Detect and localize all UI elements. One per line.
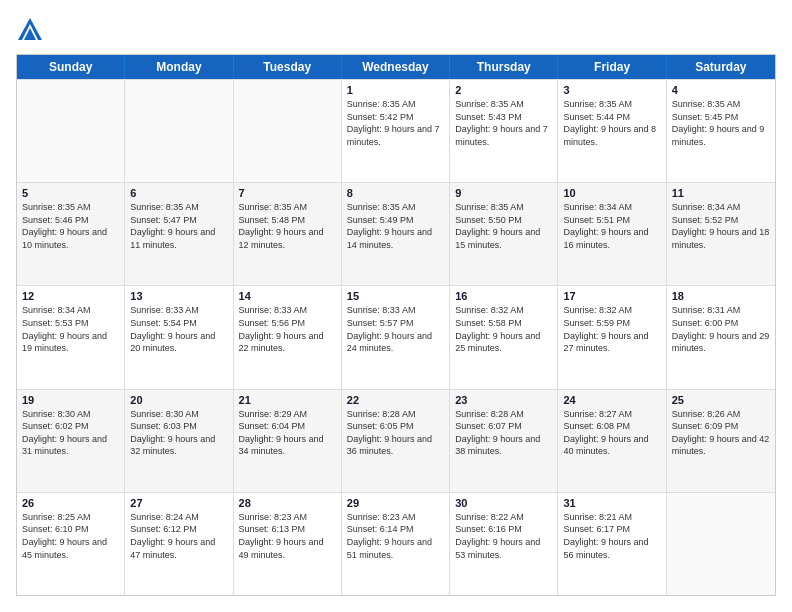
cell-info: Sunrise: 8:35 AM Sunset: 5:43 PM Dayligh… xyxy=(455,98,552,148)
day-number: 24 xyxy=(563,394,660,406)
cell-info: Sunrise: 8:28 AM Sunset: 6:05 PM Dayligh… xyxy=(347,408,444,458)
cal-cell: 5Sunrise: 8:35 AM Sunset: 5:46 PM Daylig… xyxy=(17,183,125,285)
cal-cell: 21Sunrise: 8:29 AM Sunset: 6:04 PM Dayli… xyxy=(234,390,342,492)
header xyxy=(16,16,776,44)
header-cell-wednesday: Wednesday xyxy=(342,55,450,79)
cell-info: Sunrise: 8:35 AM Sunset: 5:49 PM Dayligh… xyxy=(347,201,444,251)
day-number: 13 xyxy=(130,290,227,302)
cal-cell: 1Sunrise: 8:35 AM Sunset: 5:42 PM Daylig… xyxy=(342,80,450,182)
cell-info: Sunrise: 8:22 AM Sunset: 6:16 PM Dayligh… xyxy=(455,511,552,561)
cell-info: Sunrise: 8:25 AM Sunset: 6:10 PM Dayligh… xyxy=(22,511,119,561)
day-number: 30 xyxy=(455,497,552,509)
header-cell-thursday: Thursday xyxy=(450,55,558,79)
cell-info: Sunrise: 8:35 AM Sunset: 5:50 PM Dayligh… xyxy=(455,201,552,251)
cell-info: Sunrise: 8:29 AM Sunset: 6:04 PM Dayligh… xyxy=(239,408,336,458)
cal-cell xyxy=(125,80,233,182)
cell-info: Sunrise: 8:33 AM Sunset: 5:56 PM Dayligh… xyxy=(239,304,336,354)
cal-cell: 9Sunrise: 8:35 AM Sunset: 5:50 PM Daylig… xyxy=(450,183,558,285)
cal-cell: 29Sunrise: 8:23 AM Sunset: 6:14 PM Dayli… xyxy=(342,493,450,595)
cal-cell: 17Sunrise: 8:32 AM Sunset: 5:59 PM Dayli… xyxy=(558,286,666,388)
cell-info: Sunrise: 8:35 AM Sunset: 5:44 PM Dayligh… xyxy=(563,98,660,148)
cell-info: Sunrise: 8:35 AM Sunset: 5:46 PM Dayligh… xyxy=(22,201,119,251)
cell-info: Sunrise: 8:35 AM Sunset: 5:47 PM Dayligh… xyxy=(130,201,227,251)
cal-cell: 24Sunrise: 8:27 AM Sunset: 6:08 PM Dayli… xyxy=(558,390,666,492)
cell-info: Sunrise: 8:30 AM Sunset: 6:03 PM Dayligh… xyxy=(130,408,227,458)
week-row-5: 26Sunrise: 8:25 AM Sunset: 6:10 PM Dayli… xyxy=(17,492,775,595)
cal-cell xyxy=(234,80,342,182)
header-cell-sunday: Sunday xyxy=(17,55,125,79)
cal-cell: 13Sunrise: 8:33 AM Sunset: 5:54 PM Dayli… xyxy=(125,286,233,388)
cal-cell: 12Sunrise: 8:34 AM Sunset: 5:53 PM Dayli… xyxy=(17,286,125,388)
day-number: 7 xyxy=(239,187,336,199)
week-row-2: 5Sunrise: 8:35 AM Sunset: 5:46 PM Daylig… xyxy=(17,182,775,285)
cal-cell: 4Sunrise: 8:35 AM Sunset: 5:45 PM Daylig… xyxy=(667,80,775,182)
day-number: 8 xyxy=(347,187,444,199)
day-number: 5 xyxy=(22,187,119,199)
cal-cell: 26Sunrise: 8:25 AM Sunset: 6:10 PM Dayli… xyxy=(17,493,125,595)
day-number: 3 xyxy=(563,84,660,96)
week-row-4: 19Sunrise: 8:30 AM Sunset: 6:02 PM Dayli… xyxy=(17,389,775,492)
cal-cell: 7Sunrise: 8:35 AM Sunset: 5:48 PM Daylig… xyxy=(234,183,342,285)
day-number: 9 xyxy=(455,187,552,199)
cal-cell: 6Sunrise: 8:35 AM Sunset: 5:47 PM Daylig… xyxy=(125,183,233,285)
day-number: 19 xyxy=(22,394,119,406)
cal-cell: 3Sunrise: 8:35 AM Sunset: 5:44 PM Daylig… xyxy=(558,80,666,182)
cal-cell: 28Sunrise: 8:23 AM Sunset: 6:13 PM Dayli… xyxy=(234,493,342,595)
calendar: SundayMondayTuesdayWednesdayThursdayFrid… xyxy=(16,54,776,596)
cell-info: Sunrise: 8:33 AM Sunset: 5:57 PM Dayligh… xyxy=(347,304,444,354)
header-cell-monday: Monday xyxy=(125,55,233,79)
day-number: 22 xyxy=(347,394,444,406)
cal-cell: 11Sunrise: 8:34 AM Sunset: 5:52 PM Dayli… xyxy=(667,183,775,285)
cal-cell: 31Sunrise: 8:21 AM Sunset: 6:17 PM Dayli… xyxy=(558,493,666,595)
cell-info: Sunrise: 8:24 AM Sunset: 6:12 PM Dayligh… xyxy=(130,511,227,561)
day-number: 25 xyxy=(672,394,770,406)
logo-icon xyxy=(16,16,44,44)
day-number: 21 xyxy=(239,394,336,406)
day-number: 10 xyxy=(563,187,660,199)
day-number: 11 xyxy=(672,187,770,199)
cell-info: Sunrise: 8:21 AM Sunset: 6:17 PM Dayligh… xyxy=(563,511,660,561)
cell-info: Sunrise: 8:30 AM Sunset: 6:02 PM Dayligh… xyxy=(22,408,119,458)
header-cell-friday: Friday xyxy=(558,55,666,79)
cell-info: Sunrise: 8:33 AM Sunset: 5:54 PM Dayligh… xyxy=(130,304,227,354)
page: SundayMondayTuesdayWednesdayThursdayFrid… xyxy=(0,0,792,612)
cal-cell: 25Sunrise: 8:26 AM Sunset: 6:09 PM Dayli… xyxy=(667,390,775,492)
day-number: 16 xyxy=(455,290,552,302)
header-cell-saturday: Saturday xyxy=(667,55,775,79)
cell-info: Sunrise: 8:32 AM Sunset: 5:59 PM Dayligh… xyxy=(563,304,660,354)
cal-cell: 23Sunrise: 8:28 AM Sunset: 6:07 PM Dayli… xyxy=(450,390,558,492)
cell-info: Sunrise: 8:34 AM Sunset: 5:52 PM Dayligh… xyxy=(672,201,770,251)
header-cell-tuesday: Tuesday xyxy=(234,55,342,79)
cal-cell: 27Sunrise: 8:24 AM Sunset: 6:12 PM Dayli… xyxy=(125,493,233,595)
day-number: 12 xyxy=(22,290,119,302)
cell-info: Sunrise: 8:31 AM Sunset: 6:00 PM Dayligh… xyxy=(672,304,770,354)
cal-cell: 20Sunrise: 8:30 AM Sunset: 6:03 PM Dayli… xyxy=(125,390,233,492)
cal-cell: 15Sunrise: 8:33 AM Sunset: 5:57 PM Dayli… xyxy=(342,286,450,388)
cell-info: Sunrise: 8:23 AM Sunset: 6:13 PM Dayligh… xyxy=(239,511,336,561)
day-number: 18 xyxy=(672,290,770,302)
cell-info: Sunrise: 8:28 AM Sunset: 6:07 PM Dayligh… xyxy=(455,408,552,458)
day-number: 23 xyxy=(455,394,552,406)
cal-cell: 19Sunrise: 8:30 AM Sunset: 6:02 PM Dayli… xyxy=(17,390,125,492)
day-number: 6 xyxy=(130,187,227,199)
cell-info: Sunrise: 8:34 AM Sunset: 5:53 PM Dayligh… xyxy=(22,304,119,354)
cell-info: Sunrise: 8:35 AM Sunset: 5:42 PM Dayligh… xyxy=(347,98,444,148)
calendar-body: 1Sunrise: 8:35 AM Sunset: 5:42 PM Daylig… xyxy=(17,79,775,595)
cell-info: Sunrise: 8:26 AM Sunset: 6:09 PM Dayligh… xyxy=(672,408,770,458)
day-number: 1 xyxy=(347,84,444,96)
cal-cell: 16Sunrise: 8:32 AM Sunset: 5:58 PM Dayli… xyxy=(450,286,558,388)
day-number: 20 xyxy=(130,394,227,406)
cal-cell: 14Sunrise: 8:33 AM Sunset: 5:56 PM Dayli… xyxy=(234,286,342,388)
cal-cell: 18Sunrise: 8:31 AM Sunset: 6:00 PM Dayli… xyxy=(667,286,775,388)
cell-info: Sunrise: 8:34 AM Sunset: 5:51 PM Dayligh… xyxy=(563,201,660,251)
cell-info: Sunrise: 8:23 AM Sunset: 6:14 PM Dayligh… xyxy=(347,511,444,561)
cell-info: Sunrise: 8:35 AM Sunset: 5:45 PM Dayligh… xyxy=(672,98,770,148)
week-row-3: 12Sunrise: 8:34 AM Sunset: 5:53 PM Dayli… xyxy=(17,285,775,388)
cell-info: Sunrise: 8:35 AM Sunset: 5:48 PM Dayligh… xyxy=(239,201,336,251)
day-number: 4 xyxy=(672,84,770,96)
day-number: 26 xyxy=(22,497,119,509)
cell-info: Sunrise: 8:27 AM Sunset: 6:08 PM Dayligh… xyxy=(563,408,660,458)
day-number: 31 xyxy=(563,497,660,509)
calendar-header: SundayMondayTuesdayWednesdayThursdayFrid… xyxy=(17,55,775,79)
day-number: 14 xyxy=(239,290,336,302)
